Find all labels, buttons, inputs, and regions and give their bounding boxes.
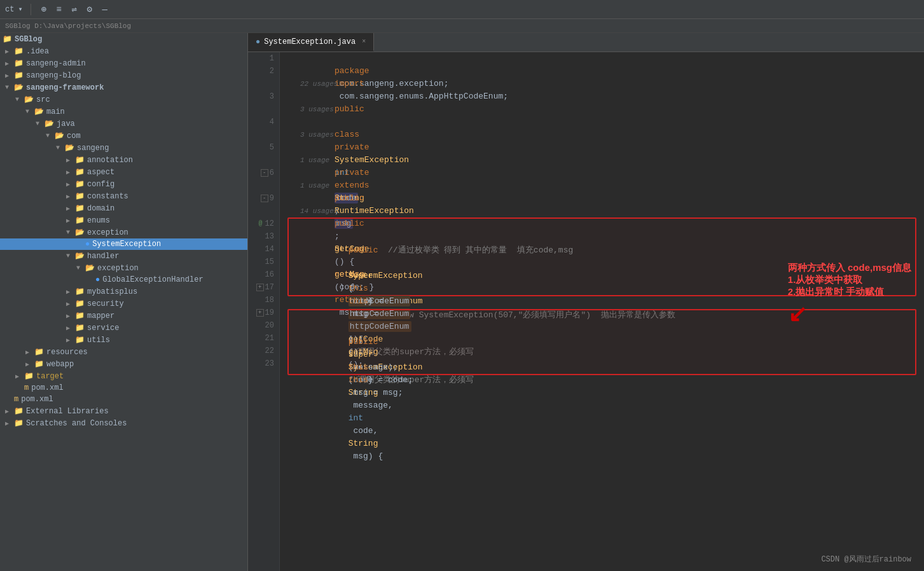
dropdown-arrow[interactable]: ▾ xyxy=(18,4,22,14)
sidebar-item-exception[interactable]: ▼ 📂 exception xyxy=(0,226,247,238)
sidebar-annotation-label: annotation xyxy=(87,156,133,165)
lm-6: - xyxy=(261,167,267,179)
sidebar-item-pom[interactable]: ▶ m pom.xml xyxy=(0,394,247,405)
collapse-17[interactable]: + xyxy=(256,284,264,291)
lm-19: + xyxy=(256,306,263,319)
main-layout: 📁 SGBlog ▶ 📁 .idea ▶ 📁 sangeng-admin ▶ 📁… xyxy=(0,33,924,571)
sidebar-item-enums[interactable]: ▶ 📁 enums xyxy=(0,214,247,226)
sidebar-item-annotation[interactable]: ▶ 📁 annotation xyxy=(0,154,247,166)
kw-package: package xyxy=(334,66,369,76)
settings-icon[interactable]: ⚙ xyxy=(85,4,95,15)
kw-public-3: public xyxy=(334,104,364,114)
ln-18: 18 xyxy=(253,294,274,306)
file-icon-system-exception: ● xyxy=(85,240,90,249)
sidebar-item-scratches[interactable]: ▶ 📁 Scratches and Consoles xyxy=(0,417,247,429)
sidebar-item-sangeng-framework[interactable]: ▼ 📂 sangeng-framework xyxy=(0,81,247,93)
sidebar-item-domain[interactable]: ▶ 📁 domain xyxy=(0,202,247,214)
ln-19: + 19 xyxy=(253,306,274,319)
arrow-security: ▶ xyxy=(66,300,75,308)
sidebar-item-global-exc[interactable]: ▶ ● GlobalExceptionHandler xyxy=(0,274,247,286)
sidebar-item-handler[interactable]: ▼ 📂 handler xyxy=(0,250,247,262)
sidebar-resources-label: resources xyxy=(46,348,88,357)
folder-icon-mybatis: 📁 xyxy=(75,287,85,296)
tab-close-button[interactable]: × xyxy=(362,38,366,45)
arrow-pom-m: ▶ xyxy=(15,384,24,392)
sidebar-service-label: service xyxy=(87,324,119,333)
layout-icon[interactable]: ≡ xyxy=(54,4,64,15)
sp-19d: msg) { xyxy=(348,451,383,461)
arrow-main: ▼ xyxy=(25,108,34,115)
sidebar-item-system-exception[interactable]: ▶ ● SystemException xyxy=(0,238,247,250)
folder-icon-mapper: 📁 xyxy=(75,311,85,320)
code-line-5: private String msg ; xyxy=(285,141,919,154)
sidebar-item-src[interactable]: ▼ 📂 src xyxy=(0,93,247,106)
usages-3b: 3 usages xyxy=(285,128,919,141)
sidebar-pom-label: pom.xml xyxy=(21,395,53,404)
folder-icon-root: 📁 xyxy=(3,34,12,44)
arrow-java: ▼ xyxy=(36,120,45,127)
minimize-icon[interactable]: — xyxy=(100,4,110,15)
arrow-enums: ▶ xyxy=(66,217,75,224)
ln-16: 16 xyxy=(253,268,274,281)
sidebar-item-sangeng-admin[interactable]: ▶ 📁 sangeng-admin xyxy=(0,57,247,69)
arrow-exception: ▼ xyxy=(66,229,75,236)
folder-icon-handler-exc: 📂 xyxy=(85,263,95,273)
toolbar: ct ▾ ⊕ ≡ ⇌ ⚙ — xyxy=(0,0,924,19)
sidebar-item-com[interactable]: ▼ 📂 com xyxy=(0,130,247,142)
sidebar-domain-label: domain xyxy=(87,204,114,213)
sidebar-item-main[interactable]: ▼ 📂 main xyxy=(0,106,247,118)
folder-icon-config: 📁 xyxy=(75,179,85,189)
sidebar-item-service[interactable]: ▶ 📁 service xyxy=(0,322,247,334)
sidebar-item-resources[interactable]: ▶ 📁 resources xyxy=(0,346,247,358)
sidebar-item-constants[interactable]: ▶ 📁 constants xyxy=(0,190,247,202)
arrow-scratches: ▶ xyxy=(5,420,14,427)
sidebar-item-sangeng-blog[interactable]: ▶ 📁 sangeng-blog xyxy=(0,69,247,81)
sidebar-item-security[interactable]: ▶ 📁 security xyxy=(0,298,247,310)
folder-icon-com: 📂 xyxy=(55,131,64,141)
sidebar-item-webapp[interactable]: ▶ 📁 webapp xyxy=(0,358,247,370)
code-line-9: public String getMsg () { return msg; } xyxy=(285,192,919,205)
arrow-sysexc: ▶ xyxy=(76,240,85,248)
sidebar-item-java[interactable]: ▼ 📂 java xyxy=(0,118,247,130)
sidebar-item-aspect[interactable]: ▶ 📁 aspect xyxy=(0,166,247,178)
sidebar-item-external[interactable]: ▶ 📁 External Libraries xyxy=(0,405,247,417)
ln-9: - 9 xyxy=(253,192,274,205)
toolbar-project: ct ▾ xyxy=(5,4,23,14)
sidebar-enums-label: enums xyxy=(87,216,110,225)
arrow-com: ▼ xyxy=(46,132,55,139)
sidebar-item-handler-exception[interactable]: ▼ 📂 exception xyxy=(0,262,247,274)
lm-12: @ xyxy=(256,217,263,230)
sidebar-item-sangeng[interactable]: ▼ 📂 sangeng xyxy=(0,142,247,154)
sidebar-item-root[interactable]: 📁 SGBlog xyxy=(0,33,247,45)
add-icon[interactable]: ⊕ xyxy=(39,4,49,15)
sidebar-item-mybatisplus[interactable]: ▶ 📁 mybatisplus xyxy=(0,286,247,298)
arrow-utils: ▶ xyxy=(66,336,75,344)
sidebar-item-utils[interactable]: ▶ 📁 utils xyxy=(0,334,247,346)
sidebar-handler-exc-label: exception xyxy=(97,264,139,273)
ln-usages-1b xyxy=(253,179,274,192)
arrow-domain: ▶ xyxy=(66,205,75,212)
ln-usages-14 xyxy=(253,205,274,217)
indent-22 xyxy=(348,362,388,372)
kw-public-6: public xyxy=(334,193,364,203)
folder-icon-webapp: 📁 xyxy=(34,359,44,369)
collapse-9[interactable]: - xyxy=(261,195,268,202)
sidebar-item-target[interactable]: ▶ 📁 target xyxy=(0,370,247,382)
sidebar-item-mapper[interactable]: ▶ 📁 mapper xyxy=(0,310,247,322)
collapse-19[interactable]: + xyxy=(256,309,264,317)
sidebar-item-pom-m[interactable]: ▶ m pom.xml xyxy=(0,382,247,394)
collapse-6[interactable]: - xyxy=(261,169,268,177)
sidebar-item-idea[interactable]: ▶ 📁 .idea xyxy=(0,45,247,57)
code-editor[interactable]: ● SystemException.java × 两种方式传入 code,msg… xyxy=(248,33,924,571)
ln-usages-1 xyxy=(253,154,274,167)
ln-1: 1 xyxy=(253,52,274,65)
folder-icon-admin: 📁 xyxy=(14,58,24,68)
tab-system-exception[interactable]: ● SystemException.java × xyxy=(248,33,374,52)
sidebar-item-config[interactable]: ▶ 📁 config xyxy=(0,178,247,190)
sidebar-root-label: SGBlog xyxy=(15,35,42,44)
sidebar-security-label: security xyxy=(87,299,124,308)
arrow-webapp: ▶ xyxy=(25,361,34,368)
lm-17: + xyxy=(256,281,263,294)
sync-icon[interactable]: ⇌ xyxy=(69,4,79,15)
folder-icon-annotation: 📁 xyxy=(75,155,85,165)
